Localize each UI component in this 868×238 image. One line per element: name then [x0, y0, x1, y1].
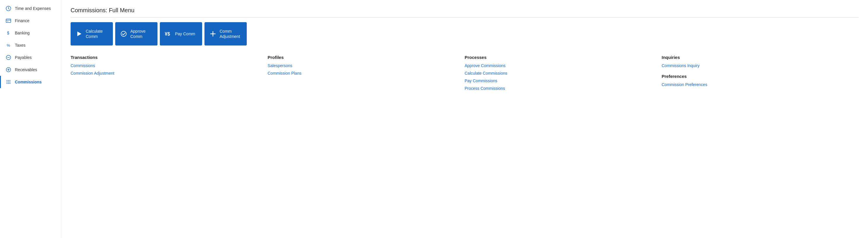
sidebar-item-commissions[interactable]: Commissions — [0, 76, 61, 88]
commission-preferences-link[interactable]: Commission Preferences — [662, 82, 852, 87]
sidebar-item-receivables[interactable]: Receivables — [0, 64, 61, 76]
sidebar-item-payables[interactable]: Payables — [0, 51, 61, 64]
quick-btn-calculate-comm[interactable]: Calculate Comm — [70, 22, 113, 46]
section-heading-processes: Processes — [465, 55, 655, 60]
calculate-comm-icon — [75, 31, 83, 37]
quick-btn-label-calculate-comm: Calculate Comm — [86, 29, 108, 39]
commission-adjustment-link[interactable]: Commission Adjustment — [70, 71, 261, 76]
quick-btn-label-approve-comm: Approve Comm — [130, 29, 153, 39]
sidebar-item-label-taxes: Taxes — [15, 43, 26, 48]
section-profiles: ProfilesSalespersonsCommission Plans — [268, 55, 465, 94]
finance-icon — [5, 18, 11, 24]
commission-plans-link[interactable]: Commission Plans — [268, 71, 458, 76]
section-inquiries-preferences: InquiriesCommissions InquiryPreferencesC… — [662, 55, 859, 94]
quick-actions: Calculate Comm Approve Comm ¥$ Pay Comm … — [70, 22, 859, 46]
sidebar-item-label-payables: Payables — [15, 55, 32, 60]
calculate-commissions-link[interactable]: Calculate Commissions — [465, 71, 655, 76]
svg-point-14 — [8, 80, 9, 81]
sidebar-item-label-finance: Finance — [15, 19, 29, 23]
pay-comm-icon: ¥$ — [164, 31, 172, 37]
payables-icon — [5, 55, 11, 60]
svg-point-16 — [7, 82, 8, 83]
svg-point-20 — [8, 83, 9, 84]
svg-rect-3 — [6, 19, 11, 23]
svg-point-17 — [8, 82, 9, 83]
svg-point-19 — [7, 83, 8, 84]
main-content: Commissions: Full Menu Calculate Comm Ap… — [61, 0, 868, 238]
comm-adjustment-icon — [209, 31, 217, 37]
sidebar-item-finance[interactable]: Finance — [0, 14, 61, 27]
quick-btn-label-pay-comm: Pay Comm — [175, 31, 195, 36]
sidebar-item-label-receivables: Receivables — [15, 67, 37, 72]
sidebar-item-label-time-expenses: Time and Expenses — [15, 6, 51, 11]
svg-marker-22 — [77, 31, 82, 36]
sidebar-item-banking[interactable]: $ Banking — [0, 27, 61, 39]
svg-point-15 — [10, 80, 10, 81]
sidebar: Time and Expenses Finance $ Banking % Ta… — [0, 0, 61, 238]
taxes-icon: % — [5, 42, 11, 48]
section-heading-transactions: Transactions — [70, 55, 261, 60]
process-commissions-link[interactable]: Process Commissions — [465, 86, 655, 91]
sidebar-item-taxes[interactable]: % Taxes — [0, 39, 61, 51]
quick-btn-approve-comm[interactable]: Approve Comm — [115, 22, 157, 46]
commissions-link[interactable]: Commissions — [70, 63, 261, 68]
sidebar-item-time-expenses[interactable]: Time and Expenses — [0, 2, 61, 14]
sub-section-heading-inquiries-preferences: Preferences — [662, 74, 852, 79]
commissions-inquiry-link[interactable]: Commissions Inquiry — [662, 63, 852, 68]
time-expenses-icon — [5, 5, 11, 11]
banking-icon: $ — [5, 30, 11, 36]
svg-text:%: % — [7, 43, 10, 48]
quick-btn-comm-adjustment[interactable]: Comm Adjustment — [205, 22, 247, 46]
page-title: Commissions: Full Menu — [70, 7, 859, 18]
approve-commissions-link[interactable]: Approve Commissions — [465, 63, 655, 68]
svg-point-13 — [7, 80, 8, 81]
section-transactions: TransactionsCommissionsCommission Adjust… — [70, 55, 268, 94]
section-heading-inquiries-preferences: Inquiries — [662, 55, 852, 60]
svg-point-21 — [10, 83, 10, 84]
menu-sections: TransactionsCommissionsCommission Adjust… — [70, 55, 859, 94]
receivables-icon — [5, 67, 11, 72]
commissions-icon — [5, 79, 11, 85]
sidebar-item-label-banking: Banking — [15, 31, 30, 35]
section-heading-profiles: Profiles — [268, 55, 458, 60]
pay-commissions-link[interactable]: Pay Commissions — [465, 79, 655, 83]
svg-line-2 — [8, 8, 9, 9]
quick-btn-pay-comm[interactable]: ¥$ Pay Comm — [160, 22, 202, 46]
approve-comm-icon — [120, 31, 127, 37]
quick-btn-label-comm-adjustment: Comm Adjustment — [220, 29, 242, 39]
svg-text:$: $ — [7, 31, 9, 35]
sidebar-item-label-commissions: Commissions — [15, 80, 42, 84]
svg-point-18 — [10, 82, 10, 83]
svg-point-23 — [121, 31, 126, 36]
section-processes: ProcessesApprove CommissionsCalculate Co… — [465, 55, 662, 94]
svg-text:¥$: ¥$ — [165, 31, 170, 36]
salespersons-link[interactable]: Salespersons — [268, 63, 458, 68]
